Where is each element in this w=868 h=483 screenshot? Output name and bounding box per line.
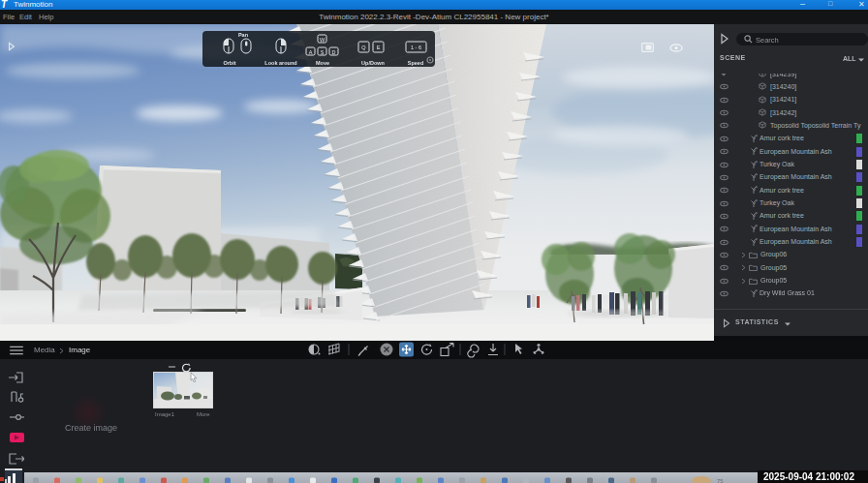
- svg-text:Up/Down: Up/Down: [361, 60, 385, 66]
- svg-text:W: W: [320, 37, 326, 43]
- svg-text:Orbit: Orbit: [223, 60, 235, 66]
- svg-text:A: A: [309, 49, 313, 55]
- svg-text:E: E: [377, 45, 381, 50]
- svg-text:Speed: Speed: [408, 60, 424, 66]
- svg-text:1 - 6: 1 - 6: [411, 45, 421, 50]
- svg-text:Move: Move: [316, 60, 329, 66]
- svg-text:S: S: [321, 49, 325, 55]
- svg-text:Look around: Look around: [264, 60, 296, 66]
- svg-text:D: D: [332, 49, 336, 55]
- svg-text:75: 75: [717, 478, 724, 483]
- svg-text:Q: Q: [361, 45, 366, 50]
- svg-text:Pan: Pan: [238, 32, 249, 38]
